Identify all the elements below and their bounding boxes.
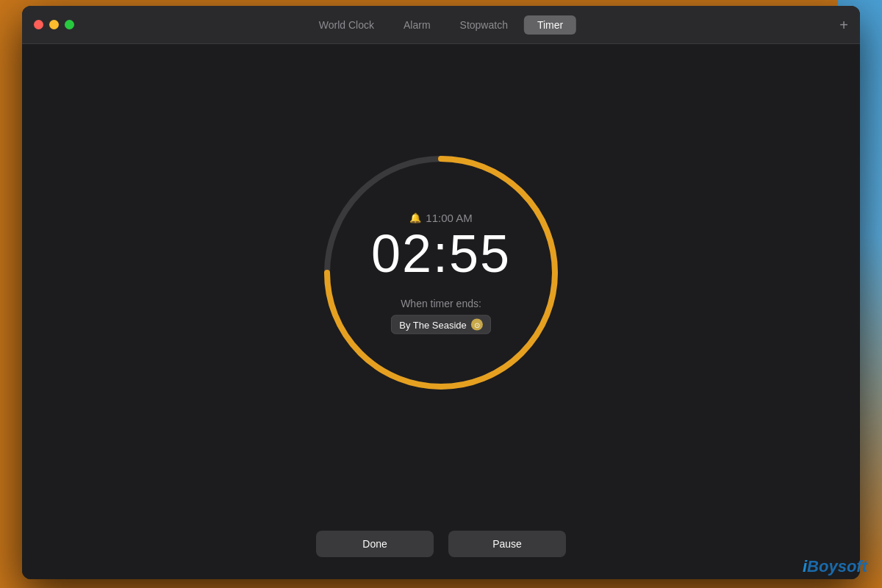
traffic-lights [22,20,74,29]
timer-container: 🔔 11:00 AM 02:55 When timer ends: By The… [22,44,860,531]
timer-circle-wrapper: 🔔 11:00 AM 02:55 When timer ends: By The… [316,148,566,398]
tab-stopwatch[interactable]: Stopwatch [447,15,521,35]
sound-name: By The Seaside [399,319,467,330]
sound-selector[interactable]: By The Seaside ⊙ [391,315,491,334]
timer-countdown: 02:55 [371,227,511,280]
close-button[interactable] [34,20,43,29]
tab-alarm[interactable]: Alarm [390,15,444,35]
tab-timer[interactable]: Timer [524,15,576,35]
pause-button[interactable]: Pause [448,531,566,557]
timer-inner: 🔔 11:00 AM 02:55 When timer ends: By The… [371,212,511,334]
bottom-buttons: Done Pause [316,531,566,579]
when-ends-label: When timer ends: [401,298,481,309]
sound-badge-icon: ⊙ [471,319,483,331]
alarm-time-value: 11:00 AM [426,212,472,224]
add-button[interactable]: + [839,18,848,32]
main-content: 🔔 11:00 AM 02:55 When timer ends: By The… [22,44,860,579]
watermark-brand: Boysoft [807,557,867,576]
app-window: World Clock Alarm Stopwatch Timer + [22,6,860,579]
bell-icon: 🔔 [409,212,421,223]
nav-tabs: World Clock Alarm Stopwatch Timer [306,15,576,35]
maximize-button[interactable] [65,20,74,29]
minimize-button[interactable] [49,20,59,29]
tab-world-clock[interactable]: World Clock [306,15,387,35]
watermark: iBoysoft [803,557,867,576]
titlebar: World Clock Alarm Stopwatch Timer + [22,6,860,44]
done-button[interactable]: Done [316,531,434,557]
alarm-time-display: 🔔 11:00 AM [409,212,472,224]
